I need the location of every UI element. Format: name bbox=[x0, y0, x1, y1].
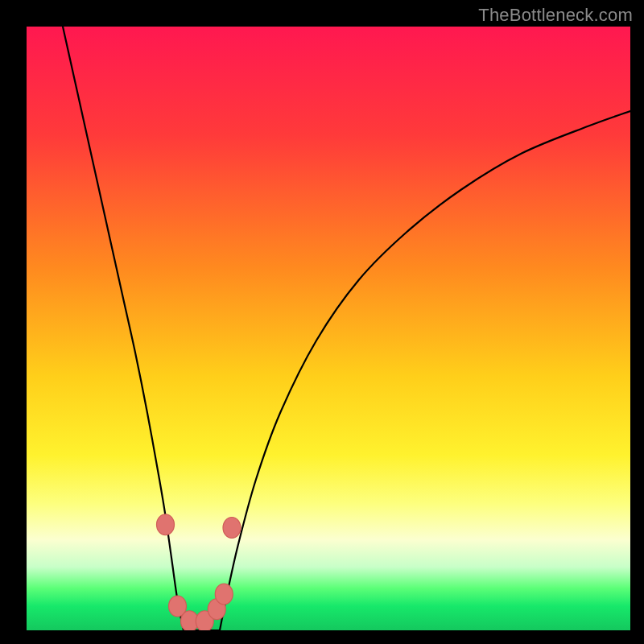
chart-plot-area bbox=[27, 27, 630, 630]
marker-6 bbox=[223, 518, 241, 539]
marker-0 bbox=[157, 514, 175, 535]
chart-frame: TheBottleneck.com bbox=[0, 0, 644, 644]
marker-5 bbox=[215, 584, 233, 605]
watermark-text: TheBottleneck.com bbox=[478, 5, 633, 26]
chart-svg bbox=[27, 27, 630, 630]
chart-background bbox=[27, 27, 630, 630]
